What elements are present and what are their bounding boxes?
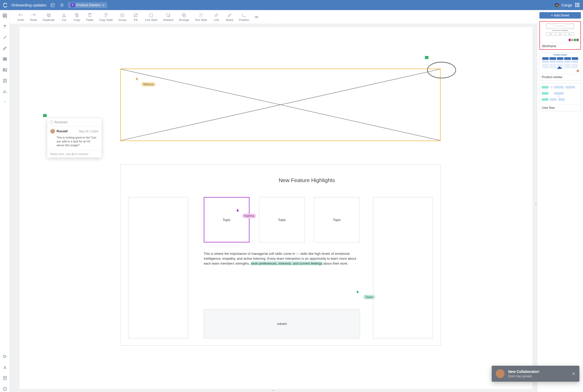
comment-marker-icon[interactable] (43, 114, 47, 117)
comment-author: Russell (56, 129, 68, 133)
tool-shadow[interactable]: Shadow (161, 12, 175, 22)
tool-linestyle[interactable]: Line Style (143, 12, 159, 22)
star-icon[interactable] (59, 2, 65, 8)
svg-line-32 (547, 24, 574, 29)
svg-rect-25 (167, 14, 169, 16)
svg-rect-17 (76, 14, 78, 17)
left-rail: › (0, 10, 10, 392)
tool-textstyle[interactable]: Text Style (193, 12, 209, 22)
annotation-ellipse[interactable] (425, 60, 458, 80)
app-logo[interactable] (3, 3, 8, 8)
tool-copy[interactable]: Copy (71, 12, 83, 22)
svg-rect-5 (5, 16, 7, 18)
text-icon[interactable] (2, 23, 8, 30)
download-icon[interactable] (2, 364, 8, 370)
cursor-dylan-label: Dylan (363, 295, 375, 299)
toolbar: Undo Redo Duplicate Cut Copy Paste Copy … (10, 10, 537, 24)
canvas[interactable]: Melissa Resolved Russell May 18 1:32pm T… (10, 24, 537, 392)
wireframe-topic-box-3[interactable]: Topic (314, 197, 360, 242)
chevron-down-icon (102, 4, 104, 6)
chart-icon[interactable] (2, 88, 8, 95)
svg-rect-3 (3, 14, 5, 16)
line-icon[interactable] (2, 34, 8, 40)
tool-styles[interactable]: Styles (224, 12, 236, 22)
toast-new-collaborator: New Collaborator! Dom has joined. ✕ (492, 366, 579, 382)
svg-rect-16 (76, 13, 78, 16)
layout-icon[interactable] (50, 2, 56, 8)
tool-fill[interactable]: Fill (130, 12, 141, 22)
expand-right-icon[interactable]: ‹ (535, 201, 537, 205)
tool-arrange[interactable]: Arrange (177, 12, 191, 22)
comment-popover: Resolved Russell May 18 1:32pm This is l… (47, 118, 102, 158)
share-badge-icon: C (71, 3, 75, 7)
wireframe-advert-box[interactable]: Advert (204, 309, 360, 338)
image-icon[interactable] (2, 67, 8, 73)
comment-message: This is looking good so far! Can you add… (50, 136, 99, 148)
notes-icon[interactable] (2, 78, 8, 84)
svg-point-4 (5, 14, 7, 16)
comment-marker-icon[interactable] (425, 56, 428, 59)
shapes-icon[interactable] (2, 13, 8, 19)
share-dropdown[interactable]: C Product Owners (68, 2, 107, 8)
tool-duplicate[interactable]: Duplicate (41, 12, 57, 22)
svg-rect-40 (550, 98, 557, 101)
tool-paste[interactable]: Paste (84, 12, 95, 22)
resolved-checkbox[interactable] (50, 121, 53, 124)
tool-link[interactable]: Link (211, 12, 222, 22)
svg-rect-36 (565, 86, 575, 88)
wireframe-side-column-left[interactable] (128, 197, 188, 338)
comment-reply-input[interactable]: Reply here. Use @ to mention (47, 150, 102, 158)
tool-copystyle[interactable]: Copy Style (97, 12, 115, 22)
center-column: Undo Redo Duplicate Cut Copy Paste Copy … (10, 10, 537, 392)
wireframe-side-column-right[interactable] (373, 197, 433, 338)
comment-resolved-row[interactable]: Resolved (47, 118, 102, 126)
sheet-thumbnail (540, 83, 581, 104)
pen-icon[interactable] (2, 45, 8, 51)
tool-cut[interactable]: Cut (58, 12, 70, 22)
cursor-melissa-label: Melissa (141, 82, 156, 87)
sheet-user-flow[interactable]: User flow (539, 83, 581, 111)
expand-left-icon[interactable]: › (4, 99, 5, 103)
play-icon[interactable] (2, 353, 8, 360)
collapse-bottom-icon[interactable]: ⌄ (272, 388, 275, 392)
sheet-product-review[interactable]: Product review Product review (539, 52, 581, 80)
svg-rect-12 (47, 14, 50, 16)
canvas-page[interactable]: Melissa Resolved Russell May 18 1:32pm T… (20, 27, 532, 389)
wireframe-topic-box-1[interactable]: Topic (204, 197, 249, 242)
svg-rect-38 (554, 92, 564, 95)
svg-line-33 (547, 24, 574, 29)
history-icon[interactable] (2, 386, 8, 392)
sheet-thumbnail: Product review (540, 53, 581, 74)
share-label: Product Owners (76, 3, 100, 7)
add-sheet-button[interactable]: + Add Sheet (539, 12, 581, 19)
sheet-wireframe[interactable]: New Feature Highlights TopicTopicTopic +… (539, 21, 581, 50)
tool-redo[interactable]: Redo (28, 12, 39, 22)
export-icon[interactable] (2, 375, 8, 381)
tool-position[interactable]: Position (237, 12, 251, 22)
tool-undo[interactable]: Undo (15, 12, 26, 22)
table-icon[interactable] (2, 56, 8, 62)
apps-grid-icon[interactable] (575, 3, 580, 7)
wireframe-heading[interactable]: New Feature Highlights (184, 177, 430, 183)
svg-point-2 (556, 4, 557, 6)
toast-close-icon[interactable]: ✕ (572, 371, 575, 376)
toolbar-overflow-icon[interactable]: ≫ (253, 14, 260, 19)
svg-rect-13 (48, 14, 50, 17)
wireframe-hero-image[interactable] (120, 69, 441, 141)
svg-point-31 (427, 62, 456, 78)
brand-icon (554, 3, 560, 8)
collaborator-avatar (576, 69, 580, 73)
document-title[interactable]: Onboarding updates (11, 3, 46, 7)
tool-group[interactable]: Group (116, 12, 128, 22)
svg-rect-37 (542, 92, 548, 95)
wireframe-body-text[interactable]: This is where the importance of manageri… (204, 251, 360, 266)
wireframe-topic-box-2[interactable]: Topic (259, 197, 305, 242)
cursor-katrina-label: Katrina (242, 214, 256, 218)
svg-rect-24 (150, 14, 153, 17)
svg-rect-20 (105, 13, 107, 15)
resolved-label: Resolved (54, 120, 67, 124)
svg-rect-0 (51, 3, 54, 7)
toast-avatar (496, 369, 505, 378)
brand[interactable]: Cango (554, 3, 572, 8)
svg-rect-41 (558, 98, 565, 101)
